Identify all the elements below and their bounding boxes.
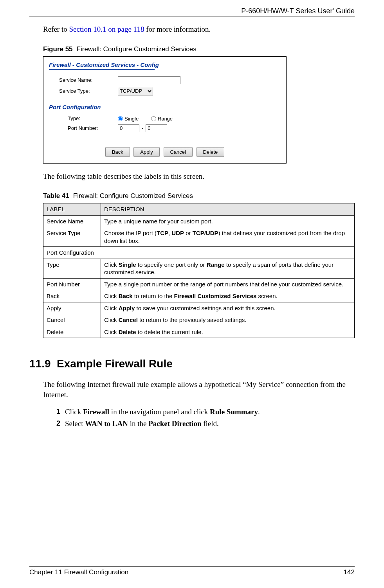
service-type-select[interactable]: TCP/UDP: [118, 87, 153, 95]
section-heading: 11.9 Example Firewall Rule: [29, 358, 355, 370]
step-number: 1: [56, 408, 65, 416]
text: Refer to: [43, 25, 69, 33]
radio-range-label: Range: [158, 116, 173, 122]
footer: Chapter 11 Firewall Configuration 142: [29, 566, 355, 576]
footer-rule: [29, 566, 355, 567]
apply-button[interactable]: Apply: [133, 147, 160, 157]
cell-label: Back: [43, 290, 101, 302]
table-row: Service Type Choose the IP port (TCP, UD…: [43, 227, 355, 247]
section-number: 11.9: [29, 358, 51, 370]
port-to-input[interactable]: [146, 124, 167, 132]
intro-paragraph: Refer to Section 10.1 on page 118 for mo…: [43, 24, 355, 34]
radio-single-label: Single: [124, 116, 139, 122]
cell-desc: Click Single to specify one port only or…: [101, 259, 355, 278]
radio-single[interactable]: [118, 116, 123, 121]
table-row: Apply Click Apply to save your customize…: [43, 302, 355, 314]
footer-page-number: 142: [344, 568, 355, 576]
footer-chapter: Chapter 11 Firewall Configuration: [29, 568, 128, 576]
step-number: 2: [56, 419, 65, 428]
cell-label: Delete: [43, 326, 101, 338]
table-row: Delete Click Delete to delete the curren…: [43, 326, 355, 338]
xref-link[interactable]: Section 10.1 on page 118: [69, 25, 144, 33]
figure-label: Figure 55: [43, 45, 73, 53]
back-button[interactable]: Back: [105, 147, 130, 157]
running-header: P-660H/HW/W-T Series User' Guide: [29, 7, 355, 15]
section-title: Example Firewall Rule: [57, 358, 173, 370]
table-row: Back Click Back to return to the Firewal…: [43, 290, 355, 302]
step-text: Select WAN to LAN in the Packet Directio…: [65, 419, 219, 428]
cell-desc: Click Delete to delete the current rule.: [101, 326, 355, 338]
cell-desc: Type a single port number or the range o…: [101, 278, 355, 290]
figure-caption: Figure 55Firewall: Configure Customized …: [43, 45, 355, 53]
table-row: Cancel Click Cancel to return to the pre…: [43, 314, 355, 326]
list-item: 2 Select WAN to LAN in the Packet Direct…: [56, 419, 355, 428]
figure-title: Firewall: Configure Customized Services: [77, 45, 197, 53]
cell-label: Apply: [43, 302, 101, 314]
cell-label: Service Name: [43, 215, 101, 227]
service-name-input[interactable]: [118, 76, 180, 84]
panel-title: Firewall - Customized Services - Config: [43, 57, 286, 68]
port-from-input[interactable]: [118, 124, 139, 132]
table-title: Firewall: Configure Customized Services: [73, 192, 193, 200]
port-dash: -: [142, 125, 143, 131]
table-caption: Table 41Firewall: Configure Customized S…: [43, 192, 355, 200]
table-row: Service Name Type a unique name for your…: [43, 215, 355, 227]
cell-span: Port Configuration: [43, 247, 355, 259]
service-type-label: Service Type:: [59, 88, 118, 94]
numbered-list: 1 Click Firewall in the navigation panel…: [56, 408, 355, 428]
cell-label: Service Type: [43, 227, 101, 247]
th-description: DESCRIPTION: [101, 203, 355, 216]
cell-desc: Type a unique name for your custom port.: [101, 215, 355, 227]
header-rule: [29, 16, 355, 16]
radio-range[interactable]: [151, 116, 156, 121]
cell-label: Type: [43, 259, 101, 278]
step-text: Click Firewall in the navigation panel a…: [65, 408, 260, 416]
delete-button[interactable]: Delete: [197, 147, 225, 157]
type-label: Type:: [68, 115, 118, 121]
table-label: Table 41: [43, 192, 69, 200]
cancel-button[interactable]: Cancel: [164, 147, 193, 157]
cell-desc: Click Apply to save your customized sett…: [101, 302, 355, 314]
th-label: LABEL: [43, 203, 101, 216]
list-item: 1 Click Firewall in the navigation panel…: [56, 408, 355, 416]
button-row: Back Apply Cancel Delete: [43, 147, 286, 157]
table-row: Port Number Type a single port number or…: [43, 278, 355, 290]
table-intro: The following table describes the labels…: [43, 171, 355, 182]
cell-desc: Click Back to return to the Firewall Cus…: [101, 290, 355, 302]
screenshot-panel: Firewall - Customized Services - Config …: [43, 56, 287, 164]
description-table: LABEL DESCRIPTION Service Name Type a un…: [43, 203, 355, 338]
cell-label: Port Number: [43, 278, 101, 290]
cell-desc: Click Cancel to return to the previously…: [101, 314, 355, 326]
port-config-heading: Port Configuration: [43, 98, 286, 111]
service-name-label: Service Name:: [59, 77, 118, 83]
text: for more information.: [144, 25, 211, 33]
cell-label: Cancel: [43, 314, 101, 326]
section-body: The following Internet firewall rule exa…: [43, 379, 355, 399]
table-row: Type Click Single to specify one port on…: [43, 259, 355, 278]
port-number-label: Port Number:: [68, 125, 118, 131]
table-row-span: Port Configuration: [43, 247, 355, 259]
cell-desc: Choose the IP port (TCP, UDP or TCP/UDP)…: [101, 227, 355, 247]
